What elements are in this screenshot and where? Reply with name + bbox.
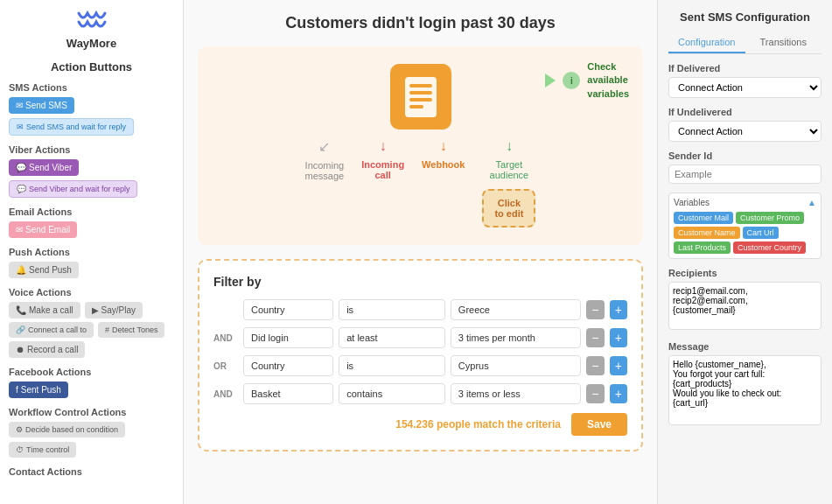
- sidebar-title: Action Buttons: [9, 60, 174, 74]
- variables-box: Variables ▲ Customer Mail Customer Promo…: [668, 192, 822, 259]
- sms-actions-title: SMS Actions: [9, 82, 174, 93]
- var-chip-customer-name[interactable]: Customer Name: [674, 227, 740, 239]
- incoming-call-label: Incomingcall: [361, 159, 404, 180]
- check-vars-area: i Checkavailablevariables: [545, 60, 629, 101]
- filter-op-4[interactable]: contains: [339, 383, 445, 404]
- var-chip-cart-url[interactable]: Cart Url: [743, 227, 779, 239]
- filter-footer: 154.236 people match the criteria Save: [213, 413, 627, 436]
- connect-call-button[interactable]: 🔗 Connect a call to: [9, 322, 94, 338]
- contact-actions-title: Contact Actions: [9, 466, 174, 477]
- filter-minus-1[interactable]: −: [586, 300, 604, 319]
- filter-field-1[interactable]: Country: [243, 299, 333, 320]
- send-fb-push-button[interactable]: f Sent Push: [9, 382, 68, 398]
- right-panel: Sent SMS Configuration Configuration Tra…: [657, 0, 832, 504]
- target-audience-label: Targetaudience: [490, 159, 529, 180]
- sidebar: WayMore Action Buttons SMS Actions ✉ Sen…: [0, 0, 184, 504]
- say-play-button[interactable]: ▶ Say/Play: [85, 302, 143, 318]
- send-sms-button[interactable]: ✉ Send SMS: [9, 97, 74, 114]
- svg-rect-4: [409, 105, 423, 108]
- sender-id-label: Sender Id: [668, 150, 822, 161]
- filter-plus-3[interactable]: +: [610, 356, 627, 375]
- filter-op-2[interactable]: at least: [339, 327, 445, 348]
- nodes-row: ↙ Incomingmessage ↓ Incomingcall ↓ Webho…: [215, 138, 626, 228]
- filter-field-2[interactable]: Did login: [243, 327, 333, 348]
- viber-actions-section: Viber Actions 💬 Send Viber 💬 Send Viber …: [9, 144, 174, 198]
- incoming-call-node: ↓ Incomingcall: [361, 138, 404, 180]
- incoming-message-node: ↙ Incomingmessage: [305, 138, 345, 181]
- webhook-label: Webhook: [422, 159, 465, 170]
- filter-and-label-1: AND: [213, 333, 238, 343]
- filter-plus-1[interactable]: +: [610, 300, 627, 319]
- info-dot[interactable]: i: [563, 72, 580, 89]
- filter-field-3[interactable]: Country: [243, 355, 333, 376]
- send-viber-wait-button[interactable]: 💬 Send Viber and wait for reply: [9, 180, 137, 198]
- workflow-actions-section: Workflow Control Actions ⚙ Decide based …: [9, 407, 174, 458]
- filter-val-1[interactable]: Greece: [451, 299, 581, 320]
- message-textarea[interactable]: Hello {customer_name}, You forgot your c…: [668, 355, 822, 425]
- if-undelivered-select[interactable]: Connect Action: [668, 121, 822, 142]
- svg-rect-0: [405, 77, 437, 117]
- send-sms-wait-button[interactable]: ✉ Send SMS and wait for reply: [9, 118, 134, 136]
- decide-condition-button[interactable]: ⚙ Decide based on condition: [9, 422, 125, 438]
- tab-transitions[interactable]: Transitions: [745, 32, 822, 53]
- incoming-message-label: Incomingmessage: [305, 160, 345, 181]
- recipients-label: Recipients: [668, 268, 822, 278]
- filter-minus-3[interactable]: −: [586, 356, 604, 375]
- panel-tabs: Configuration Transitions: [668, 32, 822, 54]
- sms-actions-section: SMS Actions ✉ Send SMS ✉ Send SMS and wa…: [9, 82, 174, 136]
- tab-configuration[interactable]: Configuration: [668, 32, 745, 53]
- filter-minus-4[interactable]: −: [586, 384, 604, 403]
- viber-actions-title: Viber Actions: [9, 144, 174, 155]
- filter-row-4: AND Basket contains 3 items or less − +: [213, 383, 627, 404]
- filter-minus-2[interactable]: −: [586, 328, 604, 347]
- svg-rect-2: [409, 91, 432, 94]
- logo-icon: [74, 9, 109, 35]
- filter-and-label-2: AND: [213, 389, 238, 399]
- filter-plus-2[interactable]: +: [610, 328, 627, 347]
- filter-field-4[interactable]: Basket: [243, 383, 333, 404]
- filter-op-1[interactable]: is: [339, 299, 445, 320]
- workflow-title: Customers didn't login past 30 days: [198, 14, 643, 32]
- detect-tones-button[interactable]: # Detect Tones: [98, 322, 164, 338]
- time-control-button[interactable]: ⏱ Time control: [9, 442, 76, 458]
- send-email-button[interactable]: ✉ Send Email: [9, 221, 77, 238]
- save-button[interactable]: Save: [571, 413, 627, 436]
- click-to-edit-button[interactable]: Clickto edit: [482, 189, 535, 228]
- message-label: Message: [668, 341, 822, 352]
- recipients-textarea[interactable]: recip1@email.com, recip2@email.com, {cus…: [668, 282, 822, 330]
- var-chip-last-products[interactable]: Last Products: [674, 242, 731, 254]
- main-area: Customers didn't login past 30 days i Ch…: [184, 0, 657, 504]
- main-icon-box: [390, 64, 451, 130]
- arrow-right-icon: [545, 74, 556, 88]
- email-actions-section: Email Actions ✉ Send Email: [9, 206, 174, 238]
- make-call-button[interactable]: 📞 Make a call: [9, 302, 80, 318]
- var-chip-customer-country[interactable]: Customer Country: [733, 242, 806, 254]
- filter-or-label: OR: [213, 361, 238, 371]
- workflow-canvas: i Checkavailablevariables: [198, 46, 643, 245]
- filter-plus-4[interactable]: +: [610, 384, 627, 403]
- filter-op-3[interactable]: is: [339, 355, 445, 376]
- filter-val-3[interactable]: Cyprus: [451, 355, 581, 376]
- send-viber-button[interactable]: 💬 Send Viber: [9, 159, 79, 176]
- facebook-actions-section: Facebook Actions f Sent Push: [9, 367, 174, 398]
- main-icon: [403, 75, 438, 119]
- filter-val-2[interactable]: 3 times per month: [451, 327, 581, 348]
- check-vars-text: Checkavailablevariables: [587, 60, 629, 101]
- variables-chips: Customer Mail Customer Promo Customer Na…: [674, 212, 816, 254]
- logo-text: WayMore: [66, 37, 116, 50]
- voice-actions-section: Voice Actions 📞 Make a call ▶ Say/Play 🔗…: [9, 287, 174, 358]
- svg-rect-3: [409, 98, 432, 102]
- svg-rect-1: [409, 84, 432, 88]
- filter-val-4[interactable]: 3 items or less: [451, 383, 581, 404]
- send-push-button[interactable]: 🔔 Send Push: [9, 262, 79, 278]
- record-call-button[interactable]: ⏺ Record a call: [9, 341, 85, 358]
- if-delivered-select[interactable]: Connect Action: [668, 77, 822, 98]
- sender-id-input[interactable]: [668, 164, 822, 184]
- if-delivered-label: If Delivered: [668, 63, 822, 74]
- var-chip-customer-mail[interactable]: Customer Mail: [674, 212, 733, 224]
- variables-expand[interactable]: ▲: [808, 198, 816, 207]
- filter-row-2: AND Did login at least 3 times per month…: [213, 327, 627, 348]
- filter-section: Filter by Country is Greece − + AND: [198, 259, 643, 452]
- var-chip-customer-promo[interactable]: Customer Promo: [736, 212, 804, 224]
- target-audience-node: ↓ Targetaudience Clickto edit: [482, 138, 535, 228]
